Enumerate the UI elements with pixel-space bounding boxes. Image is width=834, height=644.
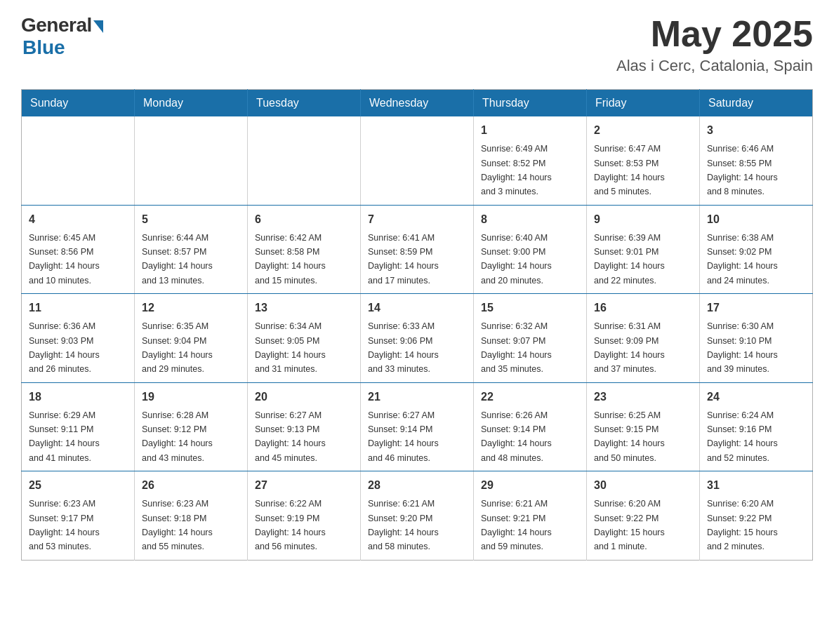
day-info: Sunrise: 6:20 AM Sunset: 9:22 PM Dayligh…	[594, 499, 665, 551]
day-number: 31	[707, 477, 805, 494]
calendar-day-cell: 23Sunrise: 6:25 AM Sunset: 9:15 PM Dayli…	[587, 382, 700, 471]
calendar-day-cell	[135, 116, 248, 205]
day-info: Sunrise: 6:33 AM Sunset: 9:06 PM Dayligh…	[368, 321, 439, 374]
day-info: Sunrise: 6:47 AM Sunset: 8:53 PM Dayligh…	[594, 144, 665, 196]
day-number: 22	[481, 389, 579, 405]
day-of-week-header: Thursday	[474, 90, 587, 117]
day-info: Sunrise: 6:49 AM Sunset: 8:52 PM Dayligh…	[481, 144, 552, 196]
day-info: Sunrise: 6:46 AM Sunset: 8:55 PM Dayligh…	[707, 144, 778, 196]
day-of-week-header: Sunday	[22, 90, 135, 117]
calendar-day-cell: 14Sunrise: 6:33 AM Sunset: 9:06 PM Dayli…	[361, 294, 474, 383]
logo: General Blue	[21, 14, 103, 59]
calendar-day-cell	[248, 116, 361, 205]
day-number: 3	[707, 122, 805, 139]
day-info: Sunrise: 6:40 AM Sunset: 9:00 PM Dayligh…	[481, 233, 552, 286]
day-info: Sunrise: 6:28 AM Sunset: 9:12 PM Dayligh…	[142, 410, 213, 463]
location-title: Alas i Cerc, Catalonia, Spain	[616, 57, 813, 75]
calendar-day-cell: 19Sunrise: 6:28 AM Sunset: 9:12 PM Dayli…	[135, 382, 248, 471]
day-number: 4	[29, 211, 127, 228]
day-info: Sunrise: 6:31 AM Sunset: 9:09 PM Dayligh…	[594, 321, 665, 374]
calendar-day-cell: 31Sunrise: 6:20 AM Sunset: 9:22 PM Dayli…	[700, 471, 813, 561]
calendar-day-cell: 15Sunrise: 6:32 AM Sunset: 9:07 PM Dayli…	[474, 294, 587, 383]
day-info: Sunrise: 6:38 AM Sunset: 9:02 PM Dayligh…	[707, 233, 778, 286]
day-info: Sunrise: 6:36 AM Sunset: 9:03 PM Dayligh…	[29, 321, 100, 374]
day-info: Sunrise: 6:21 AM Sunset: 9:20 PM Dayligh…	[368, 499, 439, 551]
calendar-day-cell: 6Sunrise: 6:42 AM Sunset: 8:58 PM Daylig…	[248, 205, 361, 294]
day-number: 7	[368, 211, 466, 228]
day-info: Sunrise: 6:41 AM Sunset: 8:59 PM Dayligh…	[368, 233, 439, 286]
calendar-week-row: 18Sunrise: 6:29 AM Sunset: 9:11 PM Dayli…	[22, 382, 813, 471]
calendar-day-cell: 26Sunrise: 6:23 AM Sunset: 9:18 PM Dayli…	[135, 471, 248, 561]
day-number: 16	[594, 300, 692, 316]
day-number: 14	[368, 300, 466, 316]
calendar-week-row: 25Sunrise: 6:23 AM Sunset: 9:17 PM Dayli…	[22, 471, 813, 561]
day-number: 27	[255, 477, 353, 494]
calendar-header-row: SundayMondayTuesdayWednesdayThursdayFrid…	[22, 90, 813, 117]
calendar-day-cell: 27Sunrise: 6:22 AM Sunset: 9:19 PM Dayli…	[248, 471, 361, 561]
calendar-day-cell: 13Sunrise: 6:34 AM Sunset: 9:05 PM Dayli…	[248, 294, 361, 383]
day-number: 19	[142, 389, 240, 405]
logo-blue-text: Blue	[22, 36, 65, 59]
day-number: 9	[594, 211, 692, 228]
calendar-day-cell: 20Sunrise: 6:27 AM Sunset: 9:13 PM Dayli…	[248, 382, 361, 471]
calendar-day-cell: 3Sunrise: 6:46 AM Sunset: 8:55 PM Daylig…	[700, 116, 813, 205]
day-info: Sunrise: 6:24 AM Sunset: 9:16 PM Dayligh…	[707, 410, 778, 463]
calendar-day-cell: 8Sunrise: 6:40 AM Sunset: 9:00 PM Daylig…	[474, 205, 587, 294]
day-info: Sunrise: 6:29 AM Sunset: 9:11 PM Dayligh…	[29, 410, 100, 463]
calendar-day-cell: 9Sunrise: 6:39 AM Sunset: 9:01 PM Daylig…	[587, 205, 700, 294]
calendar-day-cell: 29Sunrise: 6:21 AM Sunset: 9:21 PM Dayli…	[474, 471, 587, 561]
calendar-week-row: 11Sunrise: 6:36 AM Sunset: 9:03 PM Dayli…	[22, 294, 813, 383]
day-info: Sunrise: 6:30 AM Sunset: 9:10 PM Dayligh…	[707, 321, 778, 374]
day-number: 10	[707, 211, 805, 228]
day-info: Sunrise: 6:22 AM Sunset: 9:19 PM Dayligh…	[255, 499, 326, 551]
calendar-day-cell: 28Sunrise: 6:21 AM Sunset: 9:20 PM Dayli…	[361, 471, 474, 561]
calendar-day-cell: 12Sunrise: 6:35 AM Sunset: 9:04 PM Dayli…	[135, 294, 248, 383]
calendar-week-row: 4Sunrise: 6:45 AM Sunset: 8:56 PM Daylig…	[22, 205, 813, 294]
title-block: May 2025 Alas i Cerc, Catalonia, Spain	[616, 14, 813, 75]
day-of-week-header: Wednesday	[361, 90, 474, 117]
day-info: Sunrise: 6:34 AM Sunset: 9:05 PM Dayligh…	[255, 321, 326, 374]
day-number: 11	[29, 300, 127, 316]
calendar-day-cell: 21Sunrise: 6:27 AM Sunset: 9:14 PM Dayli…	[361, 382, 474, 471]
day-number: 1	[481, 122, 579, 139]
day-of-week-header: Monday	[135, 90, 248, 117]
day-info: Sunrise: 6:25 AM Sunset: 9:15 PM Dayligh…	[594, 410, 665, 463]
day-number: 21	[368, 389, 466, 405]
day-info: Sunrise: 6:42 AM Sunset: 8:58 PM Dayligh…	[255, 233, 326, 286]
calendar-week-row: 1Sunrise: 6:49 AM Sunset: 8:52 PM Daylig…	[22, 116, 813, 205]
calendar-table: SundayMondayTuesdayWednesdayThursdayFrid…	[21, 89, 813, 561]
calendar-day-cell	[361, 116, 474, 205]
day-info: Sunrise: 6:44 AM Sunset: 8:57 PM Dayligh…	[142, 233, 213, 286]
day-info: Sunrise: 6:32 AM Sunset: 9:07 PM Dayligh…	[481, 321, 552, 374]
day-number: 17	[707, 300, 805, 316]
day-info: Sunrise: 6:26 AM Sunset: 9:14 PM Dayligh…	[481, 410, 552, 463]
day-info: Sunrise: 6:35 AM Sunset: 9:04 PM Dayligh…	[142, 321, 213, 374]
day-info: Sunrise: 6:27 AM Sunset: 9:13 PM Dayligh…	[255, 410, 326, 463]
calendar-day-cell: 11Sunrise: 6:36 AM Sunset: 9:03 PM Dayli…	[22, 294, 135, 383]
logo-arrow-icon	[93, 20, 103, 33]
calendar-day-cell: 17Sunrise: 6:30 AM Sunset: 9:10 PM Dayli…	[700, 294, 813, 383]
calendar-day-cell: 2Sunrise: 6:47 AM Sunset: 8:53 PM Daylig…	[587, 116, 700, 205]
calendar-day-cell: 16Sunrise: 6:31 AM Sunset: 9:09 PM Dayli…	[587, 294, 700, 383]
day-of-week-header: Tuesday	[248, 90, 361, 117]
calendar-day-cell: 18Sunrise: 6:29 AM Sunset: 9:11 PM Dayli…	[22, 382, 135, 471]
day-of-week-header: Friday	[587, 90, 700, 117]
day-number: 2	[594, 122, 692, 139]
day-number: 24	[707, 389, 805, 405]
day-info: Sunrise: 6:39 AM Sunset: 9:01 PM Dayligh…	[594, 233, 665, 286]
calendar-day-cell: 24Sunrise: 6:24 AM Sunset: 9:16 PM Dayli…	[700, 382, 813, 471]
day-info: Sunrise: 6:21 AM Sunset: 9:21 PM Dayligh…	[481, 499, 552, 551]
page-header: General Blue May 2025 Alas i Cerc, Catal…	[21, 14, 813, 75]
day-number: 25	[29, 477, 127, 494]
calendar-day-cell: 25Sunrise: 6:23 AM Sunset: 9:17 PM Dayli…	[22, 471, 135, 561]
day-of-week-header: Saturday	[700, 90, 813, 117]
day-number: 20	[255, 389, 353, 405]
day-number: 26	[142, 477, 240, 494]
day-info: Sunrise: 6:20 AM Sunset: 9:22 PM Dayligh…	[707, 499, 778, 551]
day-info: Sunrise: 6:23 AM Sunset: 9:17 PM Dayligh…	[29, 499, 100, 551]
day-number: 29	[481, 477, 579, 494]
calendar-day-cell: 30Sunrise: 6:20 AM Sunset: 9:22 PM Dayli…	[587, 471, 700, 561]
day-number: 13	[255, 300, 353, 316]
day-info: Sunrise: 6:23 AM Sunset: 9:18 PM Dayligh…	[142, 499, 213, 551]
day-number: 5	[142, 211, 240, 228]
